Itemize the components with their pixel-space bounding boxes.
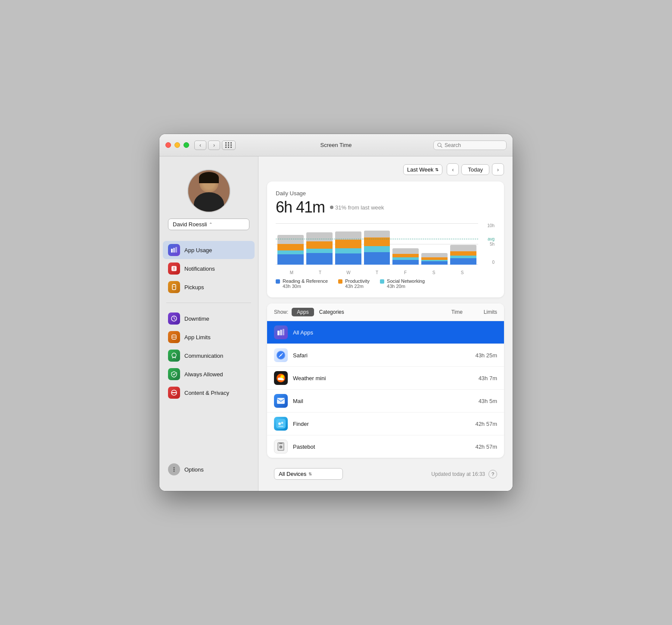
- sidebar-item-options[interactable]: Options: [163, 460, 255, 478]
- legend-productivity-time: 43h 22m: [345, 284, 370, 289]
- svg-point-36: [281, 422, 283, 424]
- search-input[interactable]: [445, 142, 503, 148]
- bar-thursday: [364, 223, 390, 265]
- bar-sunday: [450, 223, 476, 265]
- options-icon: [168, 463, 180, 475]
- close-button[interactable]: [165, 142, 171, 148]
- search-bar[interactable]: [433, 141, 507, 150]
- sidebar-item-downtime[interactable]: Downtime: [163, 309, 255, 328]
- table-row-safari[interactable]: Safari 43h 25m: [267, 344, 504, 367]
- search-icon: [437, 143, 442, 148]
- weather-icon: [274, 371, 288, 385]
- table-row-all-apps[interactable]: All Apps: [267, 321, 504, 344]
- prev-period-button[interactable]: ‹: [447, 163, 459, 175]
- show-label: Show:: [274, 309, 288, 315]
- bar-reading-monday: [277, 254, 304, 264]
- bar-gray-saturday: [421, 253, 448, 257]
- usage-card: Daily Usage 6h 41m 31% from last week: [267, 181, 504, 297]
- sidebar-item-content-privacy[interactable]: Content & Privacy: [163, 384, 255, 402]
- legend-productivity: Productivity 43h 22m: [338, 278, 370, 289]
- communication-icon: [168, 350, 180, 362]
- legend-productivity-label: Productivity: [345, 278, 370, 284]
- sidebar-options: Options: [159, 460, 258, 482]
- sidebar: David Roessli ⌃ App Usage: [159, 156, 258, 491]
- device-chevrons-icon: ⇅: [308, 472, 338, 476]
- help-button[interactable]: ?: [488, 470, 497, 478]
- bar-gray-friday: [392, 248, 419, 254]
- table-row-mail[interactable]: Mail 43h 5m: [267, 390, 504, 412]
- next-period-button[interactable]: ›: [492, 163, 504, 175]
- pickups-icon: [168, 281, 180, 293]
- sidebar-item-always-allowed-label: Always Allowed: [184, 371, 223, 378]
- bar-prod-monday: [277, 244, 304, 250]
- bar-stack-wednesday: [335, 231, 361, 265]
- pastebot-icon: [274, 440, 288, 453]
- sidebar-item-pickups[interactable]: Pickups: [163, 278, 255, 296]
- bar-gray-wednesday: [335, 231, 361, 239]
- bar-monday: [277, 223, 304, 265]
- forward-button[interactable]: ›: [208, 141, 220, 150]
- x-axis-labels: M T W T F S S: [276, 270, 478, 275]
- row-time-mail: 43h 5m: [454, 398, 497, 404]
- daily-usage-label: Daily Usage: [276, 190, 495, 197]
- maximize-button[interactable]: [184, 142, 189, 148]
- table-row-finder[interactable]: Finder 42h 57m: [267, 412, 504, 435]
- table-header: Show: Apps Categories Time Limits: [267, 303, 504, 321]
- bar-gray-monday: [277, 235, 304, 244]
- usage-time-row: 6h 41m 31% from last week: [276, 198, 495, 216]
- svg-rect-21: [280, 330, 282, 335]
- row-name-pastebot: Pastebot: [293, 444, 454, 450]
- bar-reading-sunday: [450, 258, 476, 265]
- bar-stack-monday: [277, 235, 304, 265]
- tab-categories[interactable]: Categories: [314, 308, 349, 316]
- minimize-button[interactable]: [174, 142, 180, 148]
- svg-rect-2: [171, 249, 173, 253]
- bar-stack-friday: [392, 248, 419, 265]
- bar-reading-tuesday: [306, 253, 333, 265]
- tab-apps[interactable]: Apps: [292, 308, 314, 316]
- app-limits-icon: [168, 331, 180, 343]
- sidebar-item-app-limits[interactable]: App Limits: [163, 328, 255, 346]
- svg-rect-40: [279, 443, 283, 444]
- sidebar-item-app-usage[interactable]: App Usage: [163, 241, 255, 259]
- svg-rect-4: [175, 247, 177, 253]
- table-row-weather[interactable]: Weather mini 43h 7m: [267, 367, 504, 390]
- sidebar-item-app-usage-label: App Usage: [184, 247, 212, 253]
- bars-container: [276, 223, 478, 265]
- svg-rect-9: [173, 284, 175, 285]
- svg-rect-22: [283, 329, 284, 335]
- legend-social-label: Social Networking: [387, 278, 425, 284]
- legend-productivity-icon: [338, 279, 342, 284]
- bar-stack-saturday: [421, 253, 448, 265]
- sidebar-item-notifications[interactable]: Notifications: [163, 259, 255, 278]
- user-dropdown[interactable]: David Roessli ⌃: [168, 219, 249, 230]
- bar-tuesday: [306, 223, 333, 265]
- back-button[interactable]: ‹: [194, 141, 206, 150]
- content-area: Last Week ⇅ ‹ Today › Daily Usage 6h 41m…: [258, 156, 513, 491]
- bar-friday: [392, 223, 419, 265]
- row-name-all-apps: All Apps: [293, 329, 454, 336]
- y-label-10h: 10h: [480, 223, 495, 228]
- table-row-pastebot[interactable]: Pastebot 42h 57m: [267, 435, 504, 458]
- legend-reading-icon: [276, 279, 280, 284]
- col-header-limits: Limits: [463, 309, 497, 315]
- period-selector[interactable]: Last Week ⇅: [403, 164, 442, 175]
- legend-social: Social Networking 43h 20m: [380, 278, 425, 289]
- notifications-icon: [168, 262, 180, 275]
- svg-point-35: [278, 422, 281, 425]
- legend-social-icon: [380, 279, 384, 284]
- sidebar-item-communication-label: Communication: [184, 353, 223, 359]
- sidebar-item-communication[interactable]: Communication: [163, 347, 255, 365]
- update-info: Updated today at 16:33: [431, 471, 485, 477]
- svg-rect-3: [173, 248, 175, 253]
- col-header-time: Time: [420, 309, 463, 315]
- device-selector[interactable]: All Devices ⇅: [274, 468, 343, 480]
- sidebar-item-always-allowed[interactable]: Always Allowed: [163, 365, 255, 383]
- finder-icon: [274, 417, 288, 431]
- change-text: 31% from last week: [335, 204, 384, 211]
- row-name-finder: Finder: [293, 421, 454, 427]
- today-button[interactable]: Today: [461, 164, 489, 175]
- row-name-weather: Weather mini: [293, 375, 454, 381]
- grid-view-button[interactable]: [222, 141, 236, 150]
- svg-rect-33: [277, 398, 285, 404]
